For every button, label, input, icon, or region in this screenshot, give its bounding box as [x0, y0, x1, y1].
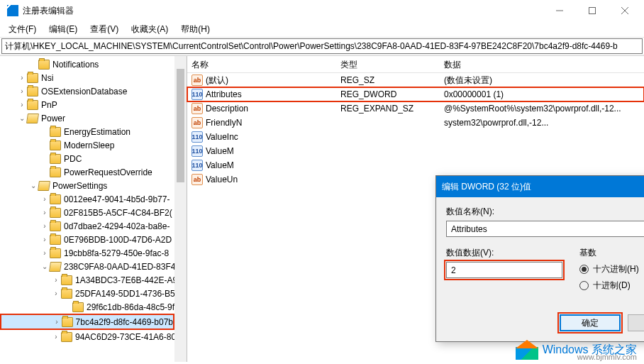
tree-item[interactable]: EnergyEstimation: [0, 125, 187, 138]
value-name-input[interactable]: [446, 221, 644, 237]
tree-item[interactable]: ›19cbb8fa-5279-450e-9fac-8: [0, 246, 187, 260]
folder-icon: [50, 208, 61, 218]
string-value-icon: ab: [191, 174, 203, 185]
tree-item[interactable]: ›OSExtensionDatabase: [0, 84, 187, 98]
tree-expander[interactable]: ›: [40, 249, 50, 257]
tree-item[interactable]: ›Nsi: [0, 71, 187, 84]
tree-label: PowerSettings: [52, 181, 107, 191]
binary-value-icon: 110: [191, 145, 203, 157]
list-row[interactable]: abFriendlyN system32\powrprof.dll,-12...: [187, 116, 644, 130]
tree-expander[interactable]: ›: [51, 289, 61, 297]
string-value-icon: ab: [191, 75, 203, 86]
tree-label: EnergyEstimation: [64, 127, 131, 137]
tree-label: Notifications: [52, 60, 99, 70]
tree-item[interactable]: ›1A34BDC3-7E6B-442E-A9: [0, 273, 187, 287]
value-type: [336, 136, 440, 138]
tree-item[interactable]: ›02F815B5-A5CF-4C84-BF2(: [0, 206, 187, 219]
tree-expander[interactable]: ›: [40, 222, 50, 230]
value-data-input[interactable]: [446, 262, 562, 278]
list-row[interactable]: abDescriptionREG_EXPAND_SZ@%SystemRoot%\…: [187, 101, 644, 116]
tree-panel: Notifications›Nsi›OSExtensionDatabase›Pn…: [0, 56, 187, 362]
tree-item[interactable]: ›0E796BDB-100D-47D6-A2D: [0, 233, 187, 246]
menu-help[interactable]: 帮助(H): [175, 22, 216, 37]
tree-expander[interactable]: ›: [40, 236, 50, 243]
folder-icon: [27, 73, 38, 83]
menu-edit[interactable]: 编辑(E): [43, 22, 83, 37]
tree-label: 7bc4a2f9-d8fc-4469-b07b: [76, 317, 173, 327]
address-input[interactable]: [1, 38, 643, 54]
radio-hex[interactable]: 十六进制(H): [579, 263, 639, 275]
list-header: 名称 类型 数据: [187, 56, 644, 73]
tree-item[interactable]: ›25DFA149-5DD1-4736-B5: [0, 287, 187, 300]
tree-item[interactable]: PDC: [0, 152, 187, 165]
folder-icon: [62, 317, 73, 327]
value-type: [336, 150, 440, 152]
tree-item[interactable]: ›94AC6D29-73CE-41A6-80: [0, 330, 187, 343]
radio-dec[interactable]: 十进制(D): [579, 280, 639, 292]
tree-expander[interactable]: ›: [17, 101, 27, 109]
base-label: 基数: [579, 247, 639, 259]
radio-hex-dot: [579, 265, 589, 274]
tree-label: 0d7dbae2-4294-402a-ba8e-: [64, 221, 170, 231]
tree-scrollbar[interactable]: [174, 56, 187, 362]
tree-expander[interactable]: ›: [51, 276, 61, 284]
value-data: system32\powrprof.dll,-12...: [440, 117, 624, 128]
col-data[interactable]: 数据: [440, 56, 624, 72]
tree-expander[interactable]: ›: [51, 333, 61, 341]
tree-label: Power: [41, 114, 65, 123]
close-button[interactable]: [609, 0, 641, 21]
minimize-button[interactable]: [543, 0, 576, 21]
col-type[interactable]: 类型: [336, 56, 440, 72]
value-data: [440, 165, 624, 166]
binary-value-icon: 110: [191, 89, 203, 100]
tree-item[interactable]: ⌄238C9FA8-0AAD-41ED-83F4: [0, 260, 187, 273]
watermark-url: www.bjmmlv.com: [577, 353, 637, 361]
tree-expander[interactable]: ⌄: [40, 263, 50, 270]
tree-item[interactable]: ⌄Power: [0, 111, 187, 125]
folder-icon: [49, 262, 62, 272]
tree-expander[interactable]: ›: [17, 74, 27, 82]
tree-item[interactable]: 29f6c1db-86da-48c5-9fdl: [0, 300, 187, 314]
tree-item[interactable]: ›PnP: [0, 98, 187, 111]
tree-expander[interactable]: ⌄: [17, 114, 27, 122]
tree-expander[interactable]: ›: [52, 318, 62, 326]
edit-dword-dialog: 编辑 DWORD (32 位)值 数值名称(N): 数值数据(V):: [435, 175, 644, 342]
dialog-titlebar[interactable]: 编辑 DWORD (32 位)值: [436, 176, 644, 197]
ok-button[interactable]: 确定: [560, 314, 621, 331]
value-type: [336, 165, 440, 166]
tree-expander[interactable]: ⌄: [28, 182, 38, 189]
tree-item[interactable]: PowerRequestOverride: [0, 165, 187, 179]
tree-expander[interactable]: ›: [40, 195, 50, 203]
tree-item[interactable]: ModernSleep: [0, 138, 187, 152]
tree-item[interactable]: Notifications: [0, 57, 187, 71]
list-row[interactable]: 110ValueInc: [187, 130, 644, 144]
maximize-button[interactable]: [576, 0, 609, 21]
cancel-button[interactable]: 取消: [628, 314, 644, 331]
menu-file[interactable]: 文件(F): [3, 22, 42, 37]
value-name: ValueM: [206, 160, 234, 170]
menu-favorites[interactable]: 收藏夹(A): [126, 22, 174, 37]
string-value-icon: ab: [191, 117, 203, 128]
tree-expander[interactable]: ›: [40, 209, 50, 216]
tree-label: 94AC6D29-73CE-41A6-80: [75, 332, 176, 342]
value-name: ValueInc: [206, 132, 238, 142]
watermark: Windows 系统之家 www.bjmmlv.com: [516, 340, 637, 360]
list-row[interactable]: 110ValueM: [187, 144, 644, 158]
tree-item[interactable]: ⌄PowerSettings: [0, 179, 187, 192]
value-data: @%SystemRoot%\system32\powrprof.dll,-12.…: [440, 103, 624, 114]
addressbar: [0, 37, 644, 55]
tree-item[interactable]: ›0d7dbae2-4294-402a-ba8e-: [0, 219, 187, 233]
list-panel: 名称 类型 数据 ab(默认)REG_SZ(数值未设置)110Attribute…: [187, 56, 644, 362]
folder-icon: [61, 332, 72, 342]
content-split: Notifications›Nsi›OSExtensionDatabase›Pn…: [0, 55, 644, 362]
tree-expander[interactable]: ›: [17, 87, 27, 95]
list-row[interactable]: ab(默认)REG_SZ(数值未设置): [187, 73, 644, 87]
menu-view[interactable]: 查看(V): [84, 22, 124, 37]
col-name[interactable]: 名称: [187, 56, 336, 72]
list-row[interactable]: 110ValueM: [187, 158, 644, 172]
tree-item[interactable]: ›0012ee47-9041-4b5d-9b77-: [0, 192, 187, 206]
tree-item[interactable]: ›7bc4a2f9-d8fc-4469-b07b: [1, 315, 173, 329]
list-row[interactable]: 110AttributesREG_DWORD0x00000001 (1): [187, 87, 644, 101]
value-name: Attributes: [206, 89, 242, 99]
folder-icon: [61, 289, 72, 299]
